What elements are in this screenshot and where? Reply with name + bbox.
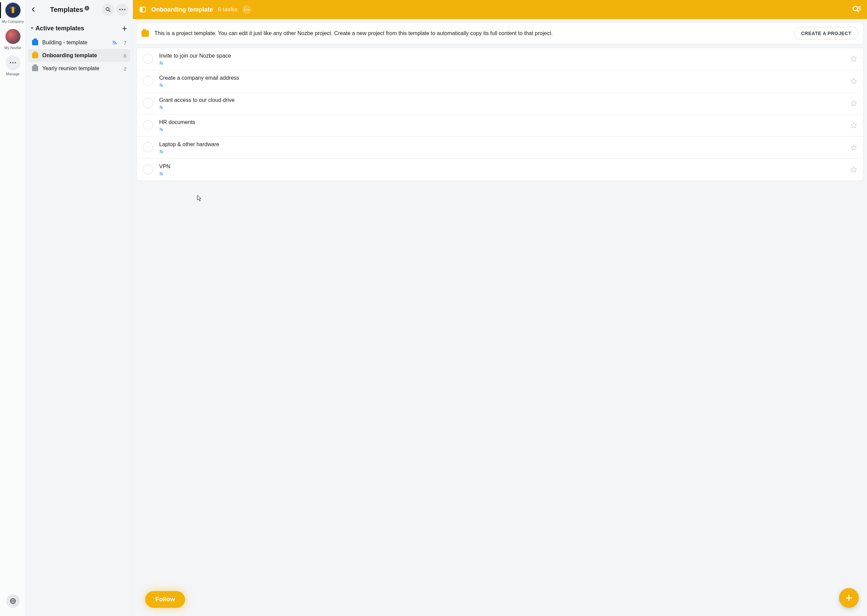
workspace-label: My Nozbe — [5, 46, 22, 50]
task-list: Invite to join our Nozbe spaceCreate a c… — [136, 48, 864, 181]
task-row[interactable]: Grant access to our cloud drive — [137, 92, 863, 115]
star-icon[interactable] — [850, 166, 857, 173]
templates-sidebar: Templates i Active templates + Building … — [26, 0, 133, 616]
rss-icon — [159, 61, 163, 65]
workspace-my-nozbe[interactable]: My Nozbe — [0, 29, 26, 50]
banner-text: This is a project template. You can edit… — [154, 29, 788, 37]
globe-button[interactable] — [6, 594, 20, 608]
task-title: HR documents — [159, 119, 844, 126]
follow-button[interactable]: Follow — [145, 591, 185, 608]
task-row[interactable]: VPN — [137, 159, 863, 181]
briefcase-icon — [142, 30, 149, 37]
task-checkbox[interactable] — [143, 98, 153, 108]
search-icon — [105, 6, 111, 13]
svg-point-16 — [160, 108, 160, 109]
rss-icon — [112, 40, 117, 45]
template-count: 2 — [121, 66, 126, 72]
manage-icon — [5, 55, 20, 70]
star-icon[interactable] — [850, 100, 857, 107]
task-title: Invite to join our Nozbe space — [159, 53, 844, 59]
add-template-button[interactable]: + — [122, 24, 127, 33]
briefcase-icon — [32, 66, 38, 71]
task-checkbox[interactable] — [143, 164, 153, 174]
task-checkbox[interactable] — [143, 142, 153, 152]
search-button[interactable] — [102, 3, 114, 16]
rss-icon — [159, 149, 163, 154]
task-checkbox[interactable] — [143, 53, 153, 64]
user-avatar-icon — [5, 29, 20, 44]
template-name: Yearly reunion template — [42, 65, 117, 72]
search-filter-icon[interactable] — [852, 5, 861, 14]
rss-icon — [159, 127, 163, 132]
task-row[interactable]: Invite to join our Nozbe space — [137, 48, 863, 70]
template-count: 7 — [121, 40, 126, 46]
task-checkbox[interactable] — [143, 75, 153, 86]
main-panel: Onboarding template 6 tasks This is a pr… — [133, 0, 867, 616]
template-item[interactable]: Building - template7 — [28, 36, 131, 49]
svg-point-14 — [160, 64, 160, 65]
svg-point-15 — [160, 86, 160, 87]
task-body: Laptop & other hardware — [159, 141, 844, 154]
section-title: Active templates — [35, 25, 122, 32]
briefcase-icon — [32, 53, 38, 58]
back-button[interactable] — [27, 3, 39, 16]
task-title: Grant access to our cloud drive — [159, 97, 844, 103]
template-count: 6 — [121, 53, 126, 58]
task-count: 6 tasks — [218, 6, 238, 13]
sidebar-title: Templates — [50, 6, 83, 14]
task-row[interactable]: Create a company email address — [137, 70, 863, 92]
svg-point-6 — [113, 44, 113, 44]
workspace-label: My Company — [2, 19, 24, 24]
svg-point-0 — [12, 8, 14, 11]
template-item[interactable]: Yearly reunion template2 — [28, 62, 131, 75]
svg-line-5 — [109, 10, 110, 12]
plus-icon — [845, 594, 853, 602]
section-header-active-templates[interactable]: Active templates + — [26, 19, 132, 36]
task-row[interactable]: HR documents — [137, 115, 863, 137]
star-icon[interactable] — [850, 55, 857, 62]
svg-line-10 — [857, 10, 859, 12]
workspace-rail: My Company My Nozbe Manage — [0, 0, 26, 616]
company-logo-icon — [5, 3, 20, 18]
svg-point-19 — [160, 175, 160, 176]
panel-toggle-icon[interactable] — [139, 6, 146, 13]
more-button[interactable] — [116, 3, 129, 16]
rss-icon — [159, 172, 163, 176]
add-task-fab[interactable] — [839, 588, 859, 608]
star-icon[interactable] — [850, 144, 857, 151]
template-info-banner: This is a project template. You can edit… — [136, 22, 864, 44]
svg-point-17 — [160, 130, 160, 131]
task-title: Laptop & other hardware — [159, 141, 844, 148]
workspace-label: Manage — [6, 72, 20, 76]
task-body: Grant access to our cloud drive — [159, 97, 844, 109]
project-more-button[interactable] — [242, 5, 251, 14]
briefcase-icon — [32, 40, 38, 45]
project-header: Onboarding template 6 tasks — [133, 0, 867, 19]
globe-icon — [9, 597, 16, 604]
workspace-my-company[interactable]: My Company — [0, 3, 26, 24]
task-title: VPN — [159, 163, 844, 170]
task-body: HR documents — [159, 119, 844, 132]
workspace-manage[interactable]: Manage — [0, 55, 26, 76]
template-item[interactable]: Onboarding template6 — [28, 49, 131, 62]
task-body: VPN — [159, 163, 844, 176]
rss-icon — [159, 105, 163, 109]
task-title: Create a company email address — [159, 75, 844, 81]
task-body: Invite to join our Nozbe space — [159, 53, 844, 65]
task-body: Create a company email address — [159, 75, 844, 87]
template-list: Building - template7Onboarding template6… — [26, 36, 132, 75]
more-icon — [119, 9, 126, 10]
star-icon[interactable] — [850, 122, 857, 129]
star-icon[interactable] — [850, 78, 857, 85]
caret-down-icon — [31, 27, 33, 29]
info-icon[interactable]: i — [85, 6, 89, 11]
rss-icon — [159, 83, 163, 87]
task-row[interactable]: Laptop & other hardware — [137, 137, 863, 159]
more-icon — [244, 9, 249, 10]
template-name: Onboarding template — [42, 52, 117, 58]
template-name: Building - template — [42, 39, 108, 46]
task-checkbox[interactable] — [143, 120, 153, 130]
svg-point-18 — [160, 152, 160, 153]
create-project-button[interactable]: CREATE A PROJECT — [794, 27, 859, 40]
svg-rect-8 — [140, 7, 142, 12]
